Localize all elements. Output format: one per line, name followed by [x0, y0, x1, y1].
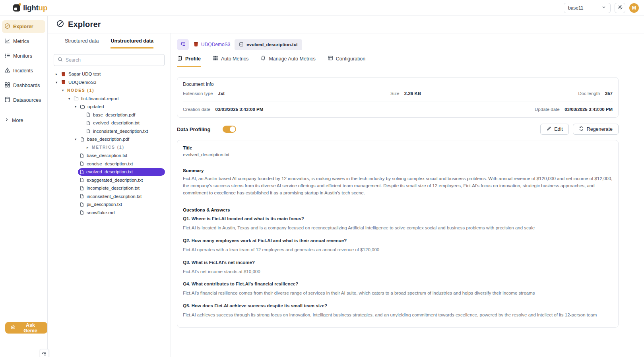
tree-item-file[interactable]: evolved_description.txt: [48, 119, 171, 127]
sidebar-item-more[interactable]: More: [2, 114, 45, 126]
tree-item-folder[interactable]: ▾ updated: [48, 103, 171, 111]
question: Q4. What contributes to Fict.AI's financ…: [183, 281, 613, 286]
tree-item-file[interactable]: pii_description.txt: [48, 200, 171, 209]
sidebar-item-label: Explorer: [13, 24, 33, 29]
collapse-tree-panel-button[interactable]: [40, 349, 49, 357]
chart-icon: [4, 38, 10, 45]
file-icon: [80, 137, 85, 142]
tree-item-file[interactable]: concise_description.txt: [48, 160, 171, 168]
tree-group-nodes[interactable]: ▾ NODES (1): [48, 86, 171, 95]
qa-label: Questions & Answers: [183, 208, 613, 212]
ask-genie-button[interactable]: Ask Genie: [5, 322, 47, 334]
tab-auto-metrics[interactable]: Auto Metrics: [213, 55, 248, 67]
avatar[interactable]: M: [629, 3, 639, 13]
doc-length-value: 357: [605, 91, 613, 96]
tab-unstructured-data[interactable]: Unstructured data: [111, 38, 153, 49]
tab-profile[interactable]: Profile: [177, 55, 201, 67]
caret-right-icon[interactable]: ▸: [55, 72, 61, 76]
datasource-icon: [61, 72, 66, 77]
regenerate-button[interactable]: Regenerate: [573, 124, 619, 135]
tree-item-file[interactable]: inconsistent_description.txt: [48, 127, 171, 136]
sidebar-item-label: Monitors: [13, 53, 32, 59]
chevron-right-icon: [4, 117, 9, 123]
tab-configuration[interactable]: Configuration: [328, 55, 365, 67]
datasource-icon: [193, 41, 199, 48]
tree-panel: Structured data Unstructured data ▸ Saga…: [48, 33, 171, 357]
outline-toggle-button[interactable]: [177, 39, 189, 50]
update-date-value: 03/03/2025 3:43:00 PM: [564, 107, 613, 112]
tree-item-file[interactable]: inconsistent_description.txt: [48, 192, 171, 201]
search-icon: [58, 56, 63, 64]
sidebar-item-incidents[interactable]: Incidents: [2, 64, 45, 77]
chevron-down-icon: [601, 5, 606, 11]
tree-item-file[interactable]: snowflake.md: [48, 209, 171, 217]
tree-item-datasource[interactable]: ▾ UDQDemoS3: [48, 78, 171, 87]
workspace-select[interactable]: base11: [564, 3, 611, 13]
caret-down-icon[interactable]: ▾: [61, 88, 67, 92]
summary-text: Fict.AI, an Austin-based AI company foun…: [183, 175, 613, 196]
list-check-icon: [4, 52, 10, 60]
file-tree: ▸ Sagar UDQ test ▾ UDQDemoS3 ▾ NODES (1): [48, 70, 171, 217]
update-date-label: Update date: [535, 107, 560, 112]
answer: Fict.AI's net income stands at $10,000: [183, 268, 613, 275]
workspace-select-value: base11: [568, 5, 583, 11]
file-icon: [80, 177, 84, 182]
breadcrumb-file-chip[interactable]: evolved_description.txt: [235, 39, 302, 50]
size-value: 2.26 KB: [404, 91, 421, 96]
caret-down-icon[interactable]: ▾: [74, 105, 80, 109]
breadcrumb-datasource[interactable]: UDQDemoS3: [193, 41, 230, 48]
settings-button[interactable]: [615, 3, 625, 13]
clipboard-icon: [177, 55, 182, 62]
caret-down-icon[interactable]: ▾: [55, 80, 61, 84]
caret-down-icon[interactable]: ▾: [68, 97, 74, 101]
database-icon: [4, 97, 10, 104]
file-icon: [80, 153, 84, 158]
sidebar-item-metrics[interactable]: Metrics: [2, 35, 45, 48]
grid-icon: [213, 55, 218, 62]
tree-item-file[interactable]: base_description.pdf: [48, 111, 171, 119]
doc-length-label: Doc length: [578, 91, 600, 96]
profile-content-card: Title evolved_description.txt Summary Fi…: [177, 140, 619, 328]
sidebar-item-label: More: [12, 118, 23, 123]
sidebar-item-dashboards[interactable]: Dashboards: [2, 79, 45, 92]
tab-structured-data[interactable]: Structured data: [65, 38, 99, 49]
answer: Fict.AI operates with a lean team of 12 …: [183, 246, 613, 253]
tree-search: [54, 54, 165, 66]
answer: Fict.AI achieves success through its str…: [183, 312, 613, 318]
summary-label: Summary: [183, 168, 613, 173]
tree-item-file[interactable]: base_description.txt: [48, 151, 171, 160]
question: Q1. Where is Fict.AI located and what is…: [183, 216, 613, 221]
sidebar: Explorer Metrics Monitors Incidents Dash…: [0, 16, 48, 357]
data-profiling-toggle[interactable]: [223, 126, 236, 133]
document-tabs: Profile Auto Metrics Manage Auto Metrics…: [177, 55, 619, 68]
tree-item-file[interactable]: ▾ base_description.pdf: [48, 135, 171, 144]
document-panel: UDQDemoS3 evolved_description.txt Profil…: [171, 33, 644, 357]
file-icon: [239, 42, 244, 48]
tab-manage-auto-metrics[interactable]: Manage Auto Metrics: [260, 55, 315, 67]
file-icon: [80, 169, 84, 175]
sidebar-item-datasources[interactable]: Datasources: [2, 94, 45, 107]
answer: Fict.AI is located in Austin, Texas and …: [183, 225, 613, 231]
tree-item-file-selected[interactable]: evolved_description.txt: [48, 168, 171, 176]
tree-item-datasource[interactable]: ▸ Sagar UDQ test: [48, 70, 171, 78]
file-icon: [80, 210, 84, 215]
datasource-icon: [61, 80, 66, 85]
search-input[interactable]: [66, 57, 161, 63]
tree-item-folder[interactable]: ▾ fict-financial-report: [48, 95, 171, 103]
tree-group-metrics[interactable]: ▸ METRICS (1): [48, 144, 171, 152]
refresh-icon: [579, 126, 584, 132]
genie-icon: [10, 324, 16, 331]
sidebar-item-label: Metrics: [13, 39, 29, 44]
caret-down-icon[interactable]: ▾: [74, 137, 80, 141]
sidebar-item-explorer[interactable]: Explorer: [2, 20, 45, 33]
tree-item-file[interactable]: exaggerated_description.txt: [48, 176, 171, 184]
bell-icon: [260, 55, 266, 62]
title-label: Title: [183, 146, 613, 150]
tree-item-file[interactable]: incomplete_description.txt: [48, 184, 171, 192]
file-icon: [80, 202, 84, 207]
edit-button[interactable]: Edit: [540, 124, 569, 135]
file-icon: [86, 120, 91, 126]
grid-icon: [4, 82, 10, 89]
caret-right-icon[interactable]: ▸: [86, 146, 92, 149]
sidebar-item-monitors[interactable]: Monitors: [2, 50, 45, 62]
